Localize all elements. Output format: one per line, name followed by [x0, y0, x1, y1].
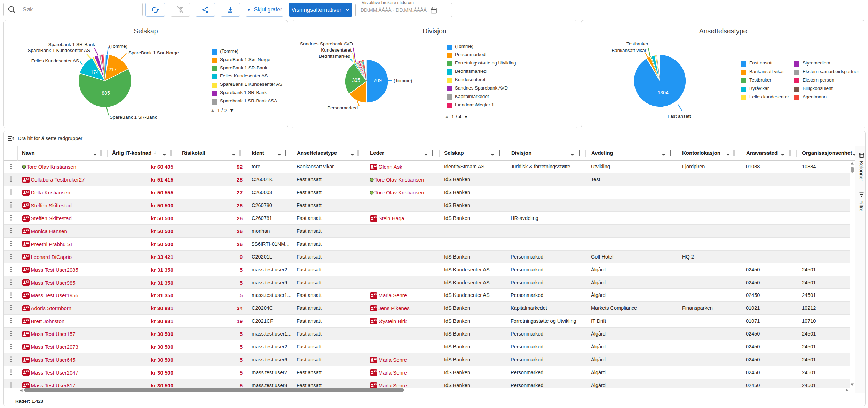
svg-text:Sparebank 1 SR-Bank: Sparebank 1 SR-Bank: [48, 42, 95, 47]
svg-text:395: 395: [352, 77, 360, 83]
svg-text:SpareBank 1 Kundesenter AS: SpareBank 1 Kundesenter AS: [28, 48, 90, 53]
svg-text:Fast ansatt: Fast ansatt: [668, 114, 691, 119]
svg-text:709: 709: [373, 78, 382, 83]
svg-text:174: 174: [90, 69, 99, 75]
svg-text:Personmarked: Personmarked: [327, 105, 358, 110]
svg-text:Kundesenteret: Kundesenteret: [321, 47, 352, 53]
svg-text:Bedriftsmarked: Bedriftsmarked: [319, 54, 350, 59]
svg-text:Bankansatt vikar: Bankansatt vikar: [611, 48, 646, 53]
svg-text:1304: 1304: [657, 90, 668, 95]
svg-text:Testbruker: Testbruker: [626, 41, 649, 46]
svg-text:SpareBank 1 SR-Bank: SpareBank 1 SR-Bank: [110, 115, 157, 120]
svg-text:(Tomme): (Tomme): [394, 78, 412, 83]
svg-text:Felles Kundesenter AS: Felles Kundesenter AS: [31, 58, 79, 63]
svg-text:(Tomme): (Tomme): [109, 44, 127, 49]
svg-text:217: 217: [108, 67, 117, 72]
svg-text:SpareBank 1 Sør-Norge: SpareBank 1 Sør-Norge: [128, 50, 179, 55]
svg-text:885: 885: [102, 90, 110, 96]
svg-text:Sandnes Sparebank AVD: Sandnes Sparebank AVD: [300, 41, 353, 46]
